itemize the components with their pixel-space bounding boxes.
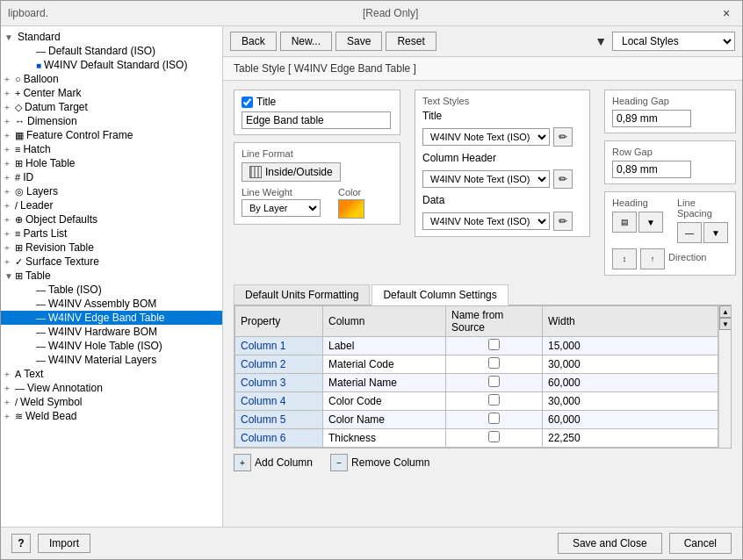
cell-width[interactable]: 60,000 — [543, 374, 718, 392]
tree-item[interactable]: +⊞Revision Table — [1, 241, 222, 255]
weight-select[interactable]: By Layer — [242, 199, 321, 217]
cell-width[interactable]: 30,000 — [543, 355, 718, 374]
cell-column[interactable]: Color Code — [323, 392, 446, 411]
tree-item-label: View Annotation — [27, 382, 103, 394]
tree-item[interactable]: —W4INV Assembly BOM — [1, 297, 222, 311]
color-swatch[interactable] — [338, 199, 364, 219]
cell-column[interactable]: Label — [323, 337, 446, 355]
tree-item[interactable]: +◇Datum Target — [1, 100, 222, 114]
name-from-source-checkbox[interactable] — [488, 339, 500, 350]
tree-item[interactable]: —W4INV Hardware BOM — [1, 325, 222, 339]
tree-item[interactable]: +✓Surface Texture — [1, 255, 222, 269]
tree-item[interactable]: +≡Parts List — [1, 226, 222, 241]
data-style-edit-btn[interactable]: ✏ — [553, 212, 573, 231]
name-from-source-checkbox[interactable] — [488, 431, 500, 442]
tree-item[interactable]: —Default Standard (ISO) — [1, 44, 222, 58]
tree-item[interactable]: +AText — [1, 367, 222, 381]
row-gap-input[interactable] — [612, 161, 691, 178]
filter-icon: ▼ — [595, 34, 607, 48]
bottom-bar: ? Import Save and Close Cancel — [1, 527, 742, 559]
table-scrollbar[interactable]: ▲ ▼ — [718, 305, 731, 448]
column-header-combo[interactable]: W4INV Note Text (ISO) — [422, 170, 550, 188]
cell-property[interactable]: Column 3 — [235, 374, 323, 392]
tree-item[interactable]: ■W4INV Default Standard (ISO) — [1, 58, 222, 72]
cell-width[interactable]: 15,000 — [543, 337, 718, 355]
data-style-combo[interactable]: W4INV Note Text (ISO) — [422, 212, 550, 230]
heading-btn-dropdown[interactable]: ▼ — [638, 212, 663, 233]
tree-item[interactable]: —Table (ISO) — [1, 283, 222, 297]
cell-column[interactable]: Material Code — [323, 355, 446, 374]
tree-item[interactable]: +▦Feature Control Frame — [1, 128, 222, 142]
tree-node-icon: ▦ — [15, 130, 24, 141]
name-from-source-checkbox[interactable] — [488, 394, 500, 406]
cell-property[interactable]: Column 4 — [235, 392, 323, 411]
scroll-up-btn[interactable]: ▲ — [719, 305, 732, 318]
tree-item[interactable]: +/Leader — [1, 198, 222, 212]
cell-property[interactable]: Column 1 — [235, 337, 323, 355]
direction-btn-1[interactable]: ↕ — [612, 248, 637, 269]
name-from-source-checkbox[interactable] — [488, 357, 500, 369]
heading-btn-1[interactable]: ▤ — [612, 212, 637, 233]
back-button[interactable]: Back — [230, 32, 277, 51]
add-column-button[interactable]: + Add Column — [234, 454, 313, 471]
close-button[interactable]: × — [718, 4, 735, 22]
tree-item[interactable]: +—View Annotation — [1, 381, 222, 395]
cell-width[interactable]: 22,250 — [543, 429, 718, 448]
tree-item[interactable]: +#ID — [1, 170, 222, 184]
tree-item[interactable]: ▼⊞Table — [1, 269, 222, 283]
line-spacing-btn[interactable]: — — [677, 222, 702, 243]
tree-item[interactable]: +⊕Object Defaults — [1, 212, 222, 226]
cancel-button[interactable]: Cancel — [669, 533, 732, 554]
top-form-row: Title Line Format Inside/Outside — [234, 90, 732, 276]
import-button[interactable]: Import — [38, 534, 90, 553]
cell-property[interactable]: Column 2 — [235, 355, 323, 374]
inside-outside-button[interactable]: Inside/Outside — [242, 162, 341, 182]
tree-item[interactable]: ▼Standard — [1, 30, 222, 44]
tree-item-label: W4INV Hole Table (ISO) — [48, 340, 162, 352]
tree-item[interactable]: +≡Hatch — [1, 142, 222, 156]
title-checkbox[interactable] — [242, 97, 253, 108]
cell-column[interactable]: Thickness — [323, 429, 446, 448]
cell-width[interactable]: 30,000 — [543, 392, 718, 411]
column-header-edit-btn[interactable]: ✏ — [553, 169, 573, 189]
tree-item-label: Balloon — [24, 73, 59, 85]
tab-default-units[interactable]: Default Units Formatting — [234, 284, 370, 305]
cell-column[interactable]: Material Name — [323, 374, 446, 392]
direction-btn-2[interactable]: ↑ — [640, 248, 665, 269]
tree-item[interactable]: +◎Layers — [1, 184, 222, 198]
tree-item[interactable]: —W4INV Edge Band Table — [1, 311, 222, 325]
remove-column-button[interactable]: − Remove Column — [330, 454, 429, 471]
tab-default-column-settings[interactable]: Default Column Settings — [372, 284, 508, 305]
tree-node-icon: — — [36, 355, 46, 365]
tree-item[interactable]: +↔Dimension — [1, 114, 222, 128]
name-from-source-checkbox[interactable] — [488, 376, 500, 387]
tree-item[interactable]: +⊞Hole Table — [1, 156, 222, 170]
tree-item[interactable]: +/Weld Symbol — [1, 395, 222, 409]
save-button[interactable]: Save — [335, 32, 382, 51]
col-header-property: Property — [235, 306, 323, 337]
cell-property[interactable]: Column 6 — [235, 429, 323, 448]
tree-item[interactable]: +○Balloon — [1, 72, 222, 86]
new-button[interactable]: New... — [280, 32, 332, 51]
tree-item[interactable]: —W4INV Material Layers — [1, 353, 222, 367]
title-input[interactable] — [242, 111, 391, 129]
name-from-source-checkbox[interactable] — [488, 413, 500, 424]
title-checkbox-label[interactable]: Title — [242, 96, 393, 108]
title-style-combo[interactable]: W4INV Note Text (ISO) — [422, 128, 550, 146]
tree-item[interactable]: —W4INV Hole Table (ISO) — [1, 339, 222, 353]
title-style-edit-btn[interactable]: ✏ — [553, 127, 573, 147]
cell-property[interactable]: Column 5 — [235, 411, 323, 429]
line-spacing-dropdown[interactable]: ▼ — [703, 222, 728, 243]
tree-item[interactable]: ++Center Mark — [1, 86, 222, 100]
local-styles-dropdown[interactable]: Local Styles — [612, 32, 735, 51]
scroll-down-btn[interactable]: ▼ — [719, 318, 732, 330]
heading-gap-input[interactable] — [612, 110, 691, 127]
tree-item[interactable]: +≋Weld Bead — [1, 409, 222, 423]
reset-button[interactable]: Reset — [386, 32, 436, 51]
help-button[interactable]: ? — [11, 534, 31, 553]
tree-node-icon: # — [15, 172, 20, 183]
cell-width[interactable]: 60,000 — [543, 411, 718, 429]
cell-column[interactable]: Color Name — [323, 411, 446, 429]
save-and-close-button[interactable]: Save and Close — [558, 533, 662, 554]
remove-column-icon: − — [330, 454, 348, 471]
